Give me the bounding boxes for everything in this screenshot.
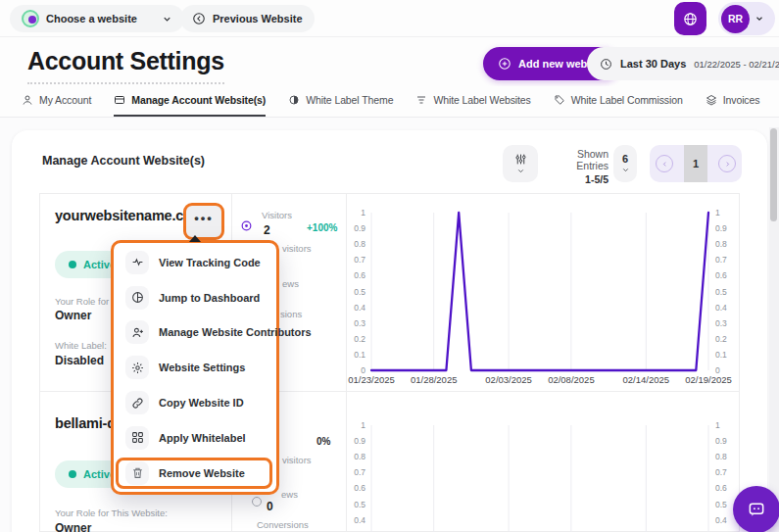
svg-text:0.7: 0.7 (715, 467, 727, 477)
svg-text:0.5: 0.5 (354, 500, 365, 509)
svg-text:0.4: 0.4 (715, 515, 727, 525)
scrollbar-thumb[interactable] (770, 128, 777, 221)
trash-icon (125, 461, 149, 485)
tab-manage-account-websites[interactable]: Manage Account Website(s) (114, 86, 266, 117)
svg-text:0.6: 0.6 (354, 270, 365, 280)
date-range-selector[interactable]: Last 30 Days 01/22/2025 - 02/21/2025 (587, 47, 779, 80)
grid-icon (125, 426, 149, 450)
website-name: yourwebsitename.co (55, 208, 192, 223)
target-icon (240, 219, 253, 232)
status-dot-icon (69, 470, 76, 478)
stat-delta: 0% (316, 436, 330, 447)
svg-text:0.6: 0.6 (715, 483, 727, 493)
arrow-left-circle-icon (192, 12, 206, 25)
svg-text:1: 1 (715, 420, 720, 430)
previous-website-label: Previous Website (213, 13, 303, 24)
arrow-left-icon (660, 160, 669, 169)
menu-item-view-tracking-code[interactable]: View Tracking Code (114, 245, 276, 280)
lines-icon (415, 94, 427, 106)
shown-entries-label: Shown Entries (544, 148, 609, 171)
menu-item-jump-to-dashboard[interactable]: Jump to Dashboard (114, 280, 276, 315)
svg-text:01/23/2025: 01/23/2025 (348, 374, 395, 385)
svg-text:0.3: 0.3 (715, 318, 727, 328)
svg-text:0.8: 0.8 (715, 239, 727, 249)
page-title: Account Settings (27, 47, 224, 84)
layers-icon (706, 94, 717, 106)
plus-circle-icon (498, 57, 511, 71)
status-dot-icon (69, 261, 76, 268)
svg-text:0.4: 0.4 (354, 515, 365, 525)
svg-text:0.7: 0.7 (715, 255, 727, 265)
svg-text:02/19/2025: 02/19/2025 (685, 374, 732, 385)
stat-label-partial: sions (280, 309, 302, 319)
chevron-down-icon (516, 167, 525, 175)
svg-text:0.9: 0.9 (715, 436, 727, 446)
svg-text:01/28/2025: 01/28/2025 (411, 374, 458, 385)
clock-icon (600, 58, 612, 71)
svg-text:1: 1 (715, 208, 720, 218)
avatar: RR (721, 5, 750, 33)
svg-text:0.1: 0.1 (354, 350, 365, 360)
choose-website-label: Choose a website (46, 13, 137, 24)
visitors-line-chart: 000.10.10.20.20.30.30.40.40.50.50.60.60.… (346, 194, 741, 391)
svg-text:1: 1 (361, 420, 365, 430)
prev-page-button[interactable] (656, 155, 673, 172)
chevron-down-icon (621, 166, 630, 174)
previous-website-button[interactable]: Previous Website (180, 5, 315, 32)
svg-text:0.9: 0.9 (354, 223, 365, 233)
svg-text:0.2: 0.2 (354, 334, 365, 344)
svg-text:1: 1 (361, 208, 365, 218)
tab-white-label-theme[interactable]: White Label Theme (288, 86, 393, 117)
shown-entries: Shown Entries 1-5/5 (544, 148, 609, 185)
svg-text:0.8: 0.8 (354, 452, 365, 461)
menu-caret-icon (189, 235, 201, 242)
choose-website-dropdown[interactable]: Choose a website (10, 5, 184, 32)
role-value: Owner (55, 309, 91, 322)
svg-text:0.9: 0.9 (715, 223, 727, 233)
page-size-selector[interactable]: 6 (613, 145, 637, 182)
svg-text:0.7: 0.7 (354, 467, 365, 477)
svg-text:0.9: 0.9 (354, 436, 365, 446)
filter-button[interactable] (503, 145, 538, 182)
stat-label-partial: visitors (282, 455, 312, 465)
pageviews-bullet-icon (252, 497, 262, 507)
tag-icon (554, 94, 565, 106)
tab-white-label-websites[interactable]: White Label Websites (415, 86, 530, 117)
white-label-value: Disabled (55, 354, 104, 367)
chat-widget-button[interactable] (733, 486, 779, 532)
menu-item-manage-website-contributors[interactable]: Manage Website Contributors (114, 315, 276, 351)
tab-white-label-commission[interactable]: White Label Commission (554, 86, 683, 117)
row-actions-menu: View Tracking Code Jump to Dashboard Man… (111, 240, 279, 495)
page-size-value: 6 (622, 153, 628, 165)
tab-my-account[interactable]: My Account (22, 86, 91, 117)
globe-icon (682, 11, 699, 27)
stat-label-partial: ews (282, 278, 299, 289)
svg-text:02/14/2025: 02/14/2025 (623, 374, 670, 385)
page-header: Account Settings Add new website Last 30… (0, 37, 779, 86)
link-icon (125, 391, 149, 414)
svg-text:0.1: 0.1 (715, 350, 727, 360)
websites-app-button[interactable] (674, 2, 706, 35)
svg-text:0.5: 0.5 (354, 287, 365, 297)
svg-text:0.5: 0.5 (715, 500, 727, 509)
visitors-value: 2 (264, 223, 270, 237)
chevron-down-icon (162, 14, 172, 24)
role-label: Your Role for This Website: (55, 508, 168, 518)
menu-item-website-settings[interactable]: Website Settings (114, 350, 276, 385)
svg-text:0.2: 0.2 (715, 334, 727, 344)
pagination: 1 (650, 145, 742, 182)
tab-invoices[interactable]: Invoices (706, 86, 760, 117)
topbar: Choose a website Previous Website RR (0, 0, 779, 37)
user-menu[interactable]: RR (718, 2, 775, 35)
svg-text:02/08/2025: 02/08/2025 (548, 374, 595, 385)
menu-item-copy-website-id[interactable]: Copy Website ID (114, 385, 276, 420)
arrow-right-icon (723, 160, 732, 169)
svg-text:02/03/2025: 02/03/2025 (485, 374, 532, 385)
visitors-delta: +100% (307, 222, 337, 233)
menu-item-remove-website[interactable]: Remove Website (114, 456, 276, 491)
menu-item-apply-whitelabel[interactable]: Apply Whitelabel (114, 420, 276, 456)
next-page-button[interactable] (718, 155, 736, 172)
dashboard-icon (125, 286, 149, 310)
current-page[interactable]: 1 (684, 145, 707, 182)
app-window: Choose a website Previous Website RR Acc… (0, 0, 779, 532)
